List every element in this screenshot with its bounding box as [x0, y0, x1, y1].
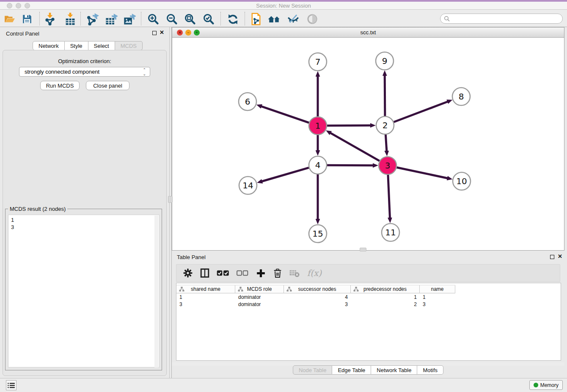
hide-panels-icon[interactable]: [287, 13, 300, 25]
search-field[interactable]: [440, 14, 563, 24]
mcds-result-list[interactable]: 1 3: [8, 215, 160, 367]
mcds-result-values: 1 3: [11, 217, 14, 230]
graph-edge-2-3[interactable]: [385, 135, 386, 151]
horizontal-splitter-handle[interactable]: [360, 248, 366, 251]
control-panel-title: Control Panel: [6, 30, 39, 37]
node-table[interactable]: shared nameMCDS rolesuccessor nodesprede…: [176, 283, 561, 361]
add-column-icon[interactable]: [255, 268, 266, 279]
network-canvas[interactable]: 7968124314101511: [172, 38, 564, 250]
graph-node-label: 4: [315, 160, 321, 170]
graph-edge-1-6[interactable]: [261, 106, 309, 123]
search-input[interactable]: [450, 16, 562, 22]
table-cell[interactable]: 4: [284, 294, 351, 301]
tab-node-table[interactable]: Node Table: [293, 365, 333, 375]
table-row[interactable]: 3dominator323: [176, 301, 455, 308]
memory-button[interactable]: Memory: [529, 380, 563, 390]
open-session-icon[interactable]: [3, 13, 16, 25]
show-columns-icon[interactable]: [199, 268, 210, 279]
zoom-selected-icon[interactable]: [202, 13, 215, 25]
table-cell[interactable]: 1: [351, 294, 420, 301]
toolbar-separator: [80, 12, 81, 25]
column-header-label: name: [431, 286, 443, 292]
graph-edge-3-1[interactable]: [330, 133, 380, 161]
refresh-icon[interactable]: [226, 13, 239, 25]
status-bar: Memory: [0, 378, 567, 392]
table-options-icon[interactable]: [182, 268, 193, 279]
select-all-columns-icon[interactable]: [216, 268, 230, 279]
zoom-out-icon[interactable]: [165, 13, 178, 25]
graph-edge-3-11[interactable]: [388, 175, 390, 218]
import-network-icon[interactable]: [44, 13, 56, 25]
graph-edge-2-9[interactable]: [385, 75, 385, 116]
table-cell[interactable]: 3: [284, 301, 351, 308]
run-mcds-button[interactable]: Run MCDS: [40, 81, 80, 90]
window-title: Session: New Session: [0, 3, 567, 9]
column-header-label: predecessor nodes: [363, 286, 407, 292]
table-cell[interactable]: 3: [420, 301, 455, 308]
mcds-result-title: MCDS result (2 nodes): [8, 206, 67, 212]
toolbar-separator: [39, 12, 40, 25]
table-tabs: Node TableEdge TableNetwork TableMotifs: [172, 365, 564, 375]
close-panel-button[interactable]: Close panel: [86, 81, 129, 90]
unselect-all-columns-icon[interactable]: [236, 268, 249, 279]
table-cell[interactable]: 1: [176, 294, 235, 301]
bird-eye-view-icon[interactable]: [306, 13, 319, 25]
main-toolbar: [0, 10, 567, 27]
graph-node-label: 6: [245, 97, 250, 107]
titlebar: Session: New Session: [0, 2, 567, 10]
tab-network-table[interactable]: Network Table: [371, 365, 417, 375]
network-graph: 7968124314101511: [172, 38, 564, 250]
tab-mcds[interactable]: MCDS: [115, 41, 143, 50]
task-history-button[interactable]: [6, 380, 17, 390]
tab-edge-table[interactable]: Edge Table: [332, 365, 371, 375]
control-panel: Control Panel ✕ Network Style Select MCD…: [0, 27, 169, 378]
table-close-panel-icon[interactable]: ✕: [558, 253, 562, 259]
column-header-successor-nodes[interactable]: successor nodes: [284, 285, 351, 293]
application-window: Session: New Session: [0, 0, 567, 392]
save-session-icon[interactable]: [21, 13, 33, 25]
delete-columns-icon[interactable]: [272, 268, 283, 279]
export-table-icon[interactable]: [105, 13, 118, 25]
memory-button-label: Memory: [540, 382, 559, 388]
table-row[interactable]: 1dominator411: [176, 294, 455, 301]
graph-edge-4-14[interactable]: [262, 168, 309, 181]
graph-edge-2-8[interactable]: [394, 102, 448, 122]
toolbar-separator: [245, 12, 245, 25]
graph-edge-3-10[interactable]: [397, 168, 448, 178]
network-window-titlebar[interactable]: ✕ − + scc.txt: [172, 28, 564, 38]
table-cell[interactable]: 3: [176, 301, 235, 308]
export-network-icon[interactable]: [86, 13, 99, 25]
tab-style[interactable]: Style: [65, 41, 88, 50]
graph-edge-4-3[interactable]: [327, 165, 373, 166]
result-scrollbar[interactable]: [154, 215, 159, 367]
help-home-icon[interactable]: [268, 13, 281, 25]
export-image-icon[interactable]: [123, 13, 136, 25]
table-cell[interactable]: dominator: [235, 301, 284, 308]
criterion-dropdown[interactable]: strongly connected component ⌃⌄: [19, 67, 150, 77]
tab-motifs[interactable]: Motifs: [417, 365, 443, 375]
graph-node-label: 9: [382, 56, 388, 66]
toolbar-separator: [220, 12, 221, 25]
column-header-MCDS-role[interactable]: MCDS role: [235, 285, 284, 293]
tab-network[interactable]: Network: [33, 41, 65, 50]
table-float-panel-icon[interactable]: [550, 255, 554, 259]
graph-node-label: 7: [315, 57, 321, 67]
table-cell[interactable]: 1: [420, 294, 455, 301]
column-header-name[interactable]: name: [420, 285, 455, 293]
graph-edge-1-2[interactable]: [327, 125, 371, 126]
zoom-fit-icon[interactable]: [184, 13, 196, 25]
float-panel-icon[interactable]: [152, 31, 157, 35]
graph-node-label: 1: [315, 121, 321, 131]
table-cell[interactable]: 2: [351, 301, 420, 308]
table-toolbar: f(x): [176, 264, 560, 282]
tab-select[interactable]: Select: [88, 41, 115, 50]
close-panel-icon[interactable]: ✕: [160, 29, 164, 36]
delete-table-icon: [289, 268, 300, 279]
vertical-splitter-handle[interactable]: [168, 196, 173, 203]
column-header-shared-name[interactable]: shared name: [176, 285, 235, 293]
open-network-document-icon[interactable]: [250, 13, 262, 25]
zoom-in-icon[interactable]: [147, 13, 160, 25]
import-table-icon[interactable]: [64, 13, 77, 25]
column-header-predecessor-nodes[interactable]: predecessor nodes: [351, 285, 420, 293]
table-cell[interactable]: dominator: [235, 294, 284, 301]
